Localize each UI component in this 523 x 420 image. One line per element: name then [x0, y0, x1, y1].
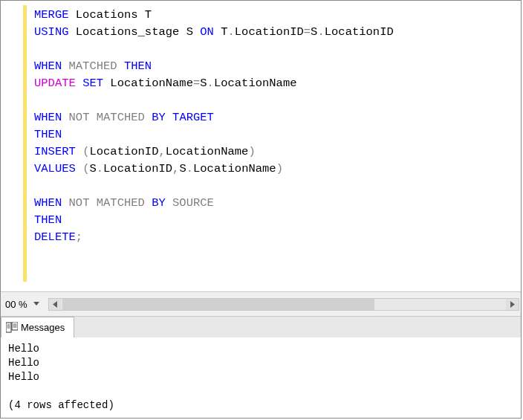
code-token: . [186, 162, 193, 175]
code-line: THEN [1, 212, 521, 229]
code-token: ON [200, 25, 214, 39]
code-token: MATCHED [89, 111, 152, 124]
horizontal-scrollbar[interactable] [48, 298, 519, 311]
code-token: LocationID [325, 25, 394, 39]
arrow-left-icon [53, 301, 58, 308]
code-token: . [97, 162, 103, 175]
code-token: MATCHED [89, 196, 152, 210]
tab-messages-label: Messages [21, 322, 65, 333]
code-token: THEN [34, 213, 62, 227]
code-token: S [200, 77, 207, 90]
code-token: NOT [69, 196, 90, 210]
code-line: WHEN NOT MATCHED BY TARGET [1, 109, 521, 126]
code-token: UPDATE [34, 77, 76, 90]
code-token [76, 77, 82, 90]
code-token: . [227, 25, 234, 39]
code-token: SET [82, 77, 103, 90]
scroll-thumb[interactable] [62, 299, 374, 310]
code-token: NOT [69, 111, 90, 124]
editor-pane: MERGE Locations TUSING Locations_stage S… [1, 1, 521, 317]
code-token: TARGET [172, 111, 214, 124]
code-line: WHEN NOT MATCHED BY SOURCE [1, 195, 521, 212]
code-token [166, 111, 172, 124]
code-token: WHEN [34, 59, 62, 73]
messages-icon [6, 322, 18, 333]
code-token: Locations T [69, 8, 152, 22]
code-line: WHEN MATCHED THEN [1, 58, 521, 75]
code-token: Locations_stage S [69, 25, 201, 39]
code-token: BY [152, 196, 166, 210]
svg-rect-4 [12, 322, 18, 330]
code-editor[interactable]: MERGE Locations TUSING Locations_stage S… [1, 1, 521, 291]
code-line: DELETE; [1, 229, 521, 246]
code-token: INSERT [34, 145, 76, 158]
editor-footer: 00 % [1, 291, 521, 317]
code-token: , [158, 145, 165, 158]
messages-output[interactable]: Hello Hello Hello (4 rows affected) [1, 337, 521, 418]
scroll-right-button[interactable] [506, 299, 519, 310]
output-line: Hello [8, 343, 39, 355]
code-token: LocationName [214, 77, 297, 90]
code-token: BY [152, 111, 166, 124]
code-token: WHEN [34, 111, 62, 124]
scroll-left-button[interactable] [49, 299, 62, 310]
code-line: VALUES (S.LocationID,S.LocationName) [1, 161, 521, 178]
code-token: ; [76, 230, 82, 244]
code-line: UPDATE SET LocationName=S.LocationName [1, 75, 521, 92]
code-token: MERGE [34, 8, 69, 22]
tab-messages[interactable]: Messages [1, 317, 74, 337]
output-line: (4 rows affected) [8, 399, 114, 411]
zoom-value[interactable]: 00 % [1, 299, 30, 310]
code-line: USING Locations_stage S ON T.LocationID=… [1, 24, 521, 41]
code-token: = [193, 77, 200, 90]
zoom-dropdown[interactable] [30, 298, 42, 310]
code-token: . [317, 25, 324, 39]
code-token [76, 145, 82, 158]
code-token: VALUES [34, 162, 76, 175]
code-token: THEN [34, 128, 62, 141]
code-token: = [304, 25, 311, 39]
chevron-down-icon [33, 302, 39, 306]
code-token: , [172, 162, 179, 175]
code-line: THEN [1, 126, 521, 143]
svg-rect-0 [6, 323, 11, 332]
code-token: THEN [124, 59, 152, 73]
code-token: WHEN [34, 196, 62, 210]
code-token [76, 162, 82, 175]
code-token: . [207, 77, 214, 90]
code-token: LocationID [103, 162, 172, 175]
code-token: LocationName [103, 77, 193, 90]
code-token [62, 111, 68, 124]
output-line: Hello [8, 357, 39, 369]
arrow-right-icon [510, 301, 515, 308]
tab-strip: Messages [1, 317, 521, 337]
code-line: MERGE Locations T [1, 7, 521, 24]
code-token: LocationID [89, 145, 158, 158]
code-token: SOURCE [166, 196, 214, 210]
output-line: Hello [8, 371, 39, 383]
code-token: LocationID [235, 25, 304, 39]
code-line [1, 178, 521, 195]
code-line [1, 92, 521, 109]
code-token: S [89, 162, 96, 175]
app-frame: MERGE Locations TUSING Locations_stage S… [0, 0, 522, 419]
code-line [1, 41, 521, 58]
code-token: ) [248, 145, 255, 158]
code-token: MATCHED [62, 59, 124, 73]
code-token [62, 196, 68, 210]
code-token: S [179, 162, 186, 175]
code-token: LocationName [166, 145, 249, 158]
code-token: ) [276, 162, 283, 175]
code-token: LocationName [193, 162, 276, 175]
code-token: USING [34, 25, 69, 39]
code-token: T [214, 25, 228, 39]
code-line: INSERT (LocationID,LocationName) [1, 143, 521, 161]
code-token: DELETE [34, 230, 76, 244]
results-pane: Messages Hello Hello Hello (4 rows affec… [1, 317, 521, 418]
